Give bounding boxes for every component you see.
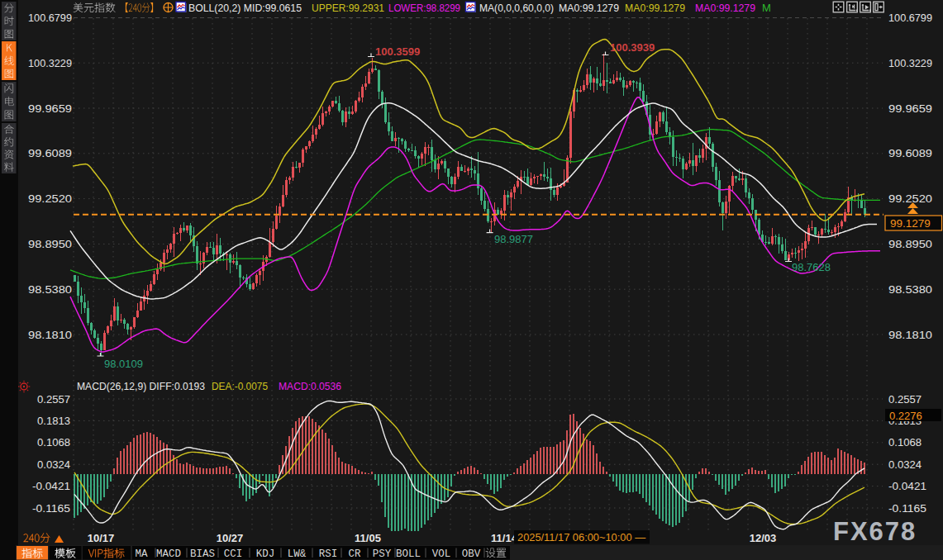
svg-text:BOLL: BOLL: [396, 548, 421, 560]
svg-text:0.1068: 0.1068: [888, 436, 922, 448]
svg-text:KDJ: KDJ: [256, 548, 275, 560]
svg-text:MA(0,0,0,60,0,0): MA(0,0,0,60,0,0): [479, 2, 554, 14]
svg-text:98.5380: 98.5380: [888, 283, 932, 296]
svg-text:11/14: 11/14: [491, 532, 518, 544]
svg-text:0.0324: 0.0324: [888, 458, 922, 471]
svg-text:LOWER:98.8299: LOWER:98.8299: [388, 2, 460, 14]
svg-text:98.7628: 98.7628: [792, 261, 831, 273]
svg-text:99.2520: 99.2520: [888, 192, 932, 205]
svg-text:CR: CR: [348, 548, 361, 560]
svg-text:11/05: 11/05: [355, 532, 381, 544]
svg-text:FX678: FX678: [833, 517, 917, 546]
svg-text:MACD:0.0536: MACD:0.0536: [279, 380, 341, 392]
svg-text:98.0109: 98.0109: [104, 358, 143, 370]
svg-text:0.2557: 0.2557: [37, 393, 70, 406]
svg-text:VOL: VOL: [432, 548, 451, 560]
svg-text:100.3229: 100.3229: [28, 57, 72, 69]
svg-text:99.6089: 99.6089: [28, 147, 72, 159]
svg-text:98.5380: 98.5380: [28, 283, 72, 296]
svg-text:CCI: CCI: [224, 548, 243, 560]
svg-text:98.9877: 98.9877: [494, 233, 533, 245]
svg-text:MA: MA: [135, 548, 148, 560]
svg-text:99.9659: 99.9659: [888, 102, 932, 115]
svg-text:0.1813: 0.1813: [37, 415, 70, 427]
svg-text:99.6089: 99.6089: [888, 147, 932, 159]
svg-text:DEA:-0.0075: DEA:-0.0075: [212, 380, 268, 392]
svg-text:UPPER:99.2931: UPPER:99.2931: [312, 2, 384, 14]
svg-text:0.2276: 0.2276: [889, 410, 922, 422]
svg-text:100.3939: 100.3939: [610, 41, 655, 54]
svg-text:OBV: OBV: [462, 548, 481, 560]
svg-text:MACD: MACD: [156, 548, 181, 560]
svg-text:100.6799: 100.6799: [888, 12, 932, 24]
svg-text:-0.1165: -0.1165: [32, 502, 70, 515]
svg-text:99.1279: 99.1279: [890, 217, 931, 230]
svg-text:10/17: 10/17: [88, 532, 115, 544]
svg-text:99.2520: 99.2520: [28, 192, 72, 205]
svg-text:LW&: LW&: [288, 548, 307, 560]
svg-text:-0.1165: -0.1165: [888, 502, 926, 515]
svg-text:100.3229: 100.3229: [888, 57, 932, 69]
svg-text:MA0:99.1279: MA0:99.1279: [695, 2, 755, 14]
svg-text:M: M: [762, 2, 771, 14]
svg-text:10/27: 10/27: [217, 532, 244, 544]
svg-text:MA0:99.1279: MA0:99.1279: [625, 2, 685, 14]
svg-text:0.0324: 0.0324: [37, 458, 70, 471]
svg-text:98.1810: 98.1810: [888, 329, 932, 341]
svg-text:RSI: RSI: [319, 548, 338, 560]
svg-text:12/03: 12/03: [750, 532, 777, 544]
svg-text:99.9659: 99.9659: [28, 102, 72, 115]
svg-text:0.2557: 0.2557: [888, 393, 922, 406]
svg-text:-0.0421: -0.0421: [32, 480, 70, 492]
svg-text:MA0:99.1279: MA0:99.1279: [559, 2, 619, 14]
svg-text:2025/11/17 06:00~10:00 —: 2025/11/17 06:00~10:00 —: [517, 531, 645, 543]
svg-text:BIAS: BIAS: [190, 548, 215, 560]
svg-text:0.1068: 0.1068: [37, 436, 70, 448]
svg-text:PSY: PSY: [373, 548, 392, 560]
svg-text:98.8950: 98.8950: [888, 238, 932, 250]
svg-text:100.6799: 100.6799: [28, 12, 72, 24]
svg-text:BOLL(20,2) MID:99.0615: BOLL(20,2) MID:99.0615: [188, 2, 302, 14]
svg-text:-0.0421: -0.0421: [888, 480, 926, 492]
svg-text:100.3599: 100.3599: [375, 45, 420, 58]
svg-text:MACD(26,12,9) DIFF:0.0193: MACD(26,12,9) DIFF:0.0193: [77, 380, 205, 392]
svg-text:98.1810: 98.1810: [28, 329, 72, 341]
svg-text:98.8950: 98.8950: [28, 238, 72, 250]
